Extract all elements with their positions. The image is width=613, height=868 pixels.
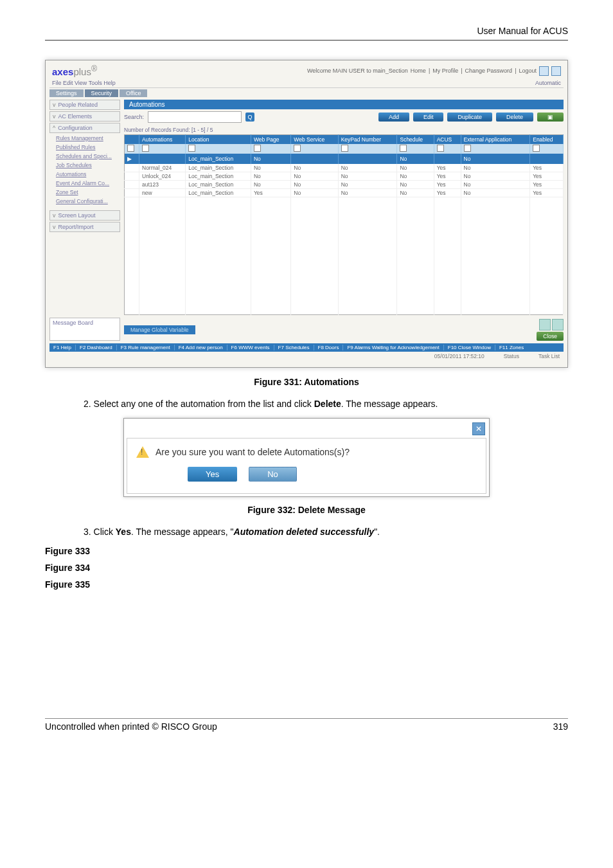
- figure-335-label: Figure 335: [45, 579, 568, 590]
- sidebar-report-import[interactable]: vReport/Import: [49, 222, 120, 232]
- my-profile-link[interactable]: My Profile: [432, 68, 458, 74]
- footer-left: Uncontrolled when printed © RISCO Group: [45, 721, 217, 732]
- tab-settings[interactable]: Settings: [49, 89, 84, 97]
- sidebar-item-published[interactable]: Published Rules: [49, 143, 120, 151]
- record-count: Number of Records Found: [1 - 5] / 5: [124, 127, 564, 133]
- yes-button[interactable]: Yes: [188, 467, 237, 482]
- page-number: 319: [553, 721, 568, 732]
- figure-331-caption: Figure 331: Automations: [45, 377, 568, 387]
- no-button[interactable]: No: [249, 467, 297, 482]
- doc-header: User Manual for ACUS: [45, 26, 568, 41]
- status-bar: F1 Help F2 Dashboard F3 Rule management …: [49, 343, 564, 352]
- grid-header-row: Automations Location Web Page Web Servic…: [125, 135, 564, 145]
- export-button[interactable]: ▣: [537, 113, 564, 122]
- window-close-icon[interactable]: [551, 66, 561, 76]
- window-minimize-icon[interactable]: [539, 66, 549, 76]
- grid-filter-row[interactable]: [125, 144, 564, 154]
- tab-office[interactable]: Office: [120, 89, 147, 97]
- search-input[interactable]: [148, 111, 242, 123]
- sidebar: vPeople Related vAC Elements ^Configurat…: [49, 100, 120, 341]
- app-screenshot: axesplus® Welcome MAIN USER to main_Sect…: [45, 60, 568, 368]
- app-logo: axesplus®: [52, 64, 97, 77]
- sidebar-configuration[interactable]: ^Configuration: [49, 123, 120, 133]
- edit-button[interactable]: Edit: [413, 113, 444, 122]
- table-row[interactable]: newLoc_main_SectionYesNoNoNoYesNoYes: [125, 189, 564, 197]
- panel-title: Automations: [124, 100, 564, 109]
- automatic-label: Automatic: [535, 80, 561, 86]
- grid-selected-row[interactable]: ▶Loc_main_SectionNoNoNo: [125, 154, 564, 164]
- close-button[interactable]: Close: [537, 332, 564, 341]
- home-link[interactable]: Home: [411, 68, 426, 74]
- status-link[interactable]: Status: [504, 353, 519, 359]
- task-list-link[interactable]: Task List: [538, 353, 560, 359]
- menu-bar[interactable]: File Edit View Tools Help: [52, 80, 116, 86]
- page-footer: Uncontrolled when printed © RISCO Group …: [45, 718, 568, 732]
- data-grid[interactable]: Automations Location Web Page Web Servic…: [124, 134, 564, 315]
- sidebar-item-job-schedules[interactable]: Job Schedules: [49, 161, 120, 169]
- warning-icon: [136, 446, 149, 458]
- main-panel: Automations Search: Q Add Edit Duplicate…: [124, 100, 564, 341]
- table-row[interactable]: Unlock_024Loc_main_SectionNoNoNoNoYesNoY…: [125, 172, 564, 181]
- figure-333-label: Figure 333: [45, 546, 568, 556]
- table-row[interactable]: Normal_024Loc_main_SectionNoNoNoNoYesNoY…: [125, 164, 564, 172]
- message-board: Message Board: [49, 318, 120, 341]
- sidebar-item-zone-set[interactable]: Zone Set: [49, 188, 120, 196]
- sidebar-item-event-alarm[interactable]: Event And Alarm Co...: [49, 179, 120, 187]
- step-2: 2. Select any one of the automation from…: [84, 399, 568, 409]
- table-row[interactable]: aut123Loc_main_SectionNoNoNoNoYesNoYes: [125, 181, 564, 189]
- sidebar-item-automations[interactable]: Automations: [49, 170, 120, 178]
- duplicate-button[interactable]: Duplicate: [447, 113, 492, 122]
- layout-icon[interactable]: [552, 319, 564, 330]
- logout-link[interactable]: Logout: [519, 68, 537, 74]
- status-time: 05/01/2011 17:52:10: [434, 353, 484, 359]
- delete-button[interactable]: Delete: [496, 113, 533, 122]
- sidebar-ac-elements[interactable]: vAC Elements: [49, 111, 120, 122]
- search-icon[interactable]: Q: [245, 113, 254, 122]
- add-button[interactable]: Add: [378, 113, 409, 122]
- step-3: 3. Click Yes. The message appears, "Auto…: [84, 527, 568, 537]
- welcome-text: Welcome MAIN USER to main_Section: [307, 68, 408, 74]
- empty-rows: [125, 197, 564, 315]
- delete-dialog: ✕ Are you sure you want to delete Automa…: [123, 418, 490, 497]
- sidebar-item-general-config[interactable]: General Configurati...: [49, 197, 120, 205]
- tab-security[interactable]: Security: [85, 89, 119, 97]
- sidebar-item-schedules[interactable]: Schedules and Speci...: [49, 152, 120, 160]
- manage-global-variable-button[interactable]: Manage Global Variable: [124, 325, 195, 334]
- sidebar-item-rules[interactable]: Rules Management: [49, 134, 120, 142]
- figure-334-label: Figure 334: [45, 563, 568, 573]
- dialog-message: Are you sure you want to delete Automati…: [155, 447, 350, 457]
- change-password-link[interactable]: Change Password: [465, 68, 513, 74]
- close-icon[interactable]: ✕: [472, 422, 485, 435]
- layout-icon[interactable]: [539, 319, 551, 330]
- search-label: Search:: [124, 114, 144, 120]
- figure-332-caption: Figure 332: Delete Message: [45, 505, 568, 515]
- sidebar-people-related[interactable]: vPeople Related: [49, 100, 120, 110]
- sidebar-screen-layout[interactable]: vScreen Layout: [49, 210, 120, 221]
